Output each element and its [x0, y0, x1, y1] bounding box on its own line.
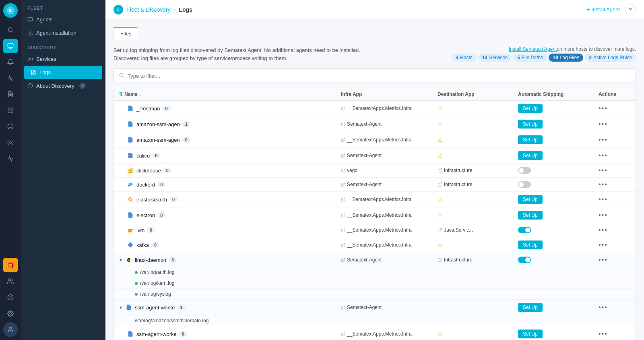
col-infra-app: Infra App: [341, 91, 438, 97]
logs-nav-icon[interactable]: [3, 87, 18, 102]
setup-button[interactable]: Set Up: [518, 240, 543, 249]
service-count: 0: [157, 212, 165, 218]
install-sematext-agent-link[interactable]: Install Sematext Agent: [509, 46, 557, 52]
service-icon: [127, 211, 134, 219]
service-count: 0: [163, 168, 171, 173]
sidebar-item-agents[interactable]: Agents: [21, 13, 105, 26]
stat-pill-hosts[interactable]: 4Hosts: [452, 54, 476, 62]
toggle-on[interactable]: [518, 227, 531, 233]
status-dot: [135, 282, 138, 285]
more-actions[interactable]: •••: [599, 167, 631, 174]
infra-link-icon: [341, 332, 345, 336]
sidebar-item-agent-installation[interactable]: Agent Installation: [21, 26, 105, 39]
table-row[interactable]: elasticsearch 0 __SematextApps.Metrics.I…: [114, 192, 636, 207]
synthetics-nav-icon[interactable]: [3, 135, 18, 150]
metrics-nav-icon[interactable]: [3, 71, 18, 85]
more-actions[interactable]: •••: [599, 226, 631, 234]
dest-app-cell: ⚠: [438, 242, 518, 248]
toggle-on[interactable]: [518, 257, 531, 263]
help-nav-icon[interactable]: [3, 290, 18, 305]
infra-app-name: __SematextApps.Metrics.Infra: [347, 106, 412, 111]
toggle-off[interactable]: [518, 167, 531, 174]
stat-pill-logfiles[interactable]: 18Log Files: [549, 54, 583, 62]
expand-down-icon[interactable]: ▼: [119, 305, 123, 310]
row-name-cell: ▼ linux-daemon 3: [119, 256, 341, 263]
more-actions[interactable]: •••: [599, 256, 631, 263]
stat-pill-activelogs[interactable]: 2Active Logs Rules: [585, 54, 636, 62]
settings-nav-icon[interactable]: [3, 306, 18, 321]
setup-button[interactable]: Set Up: [518, 120, 543, 129]
table-row[interactable]: kafka 0 __SematextApps.Metrics.Infra ⚠ S…: [114, 237, 636, 253]
alerts-nav-icon[interactable]: [3, 55, 18, 69]
fleet-nav-icon[interactable]: [3, 39, 18, 53]
more-actions[interactable]: •••: [599, 304, 631, 311]
more-actions[interactable]: •••: [599, 211, 631, 219]
sidebar-item-services[interactable]: Services: [21, 52, 105, 66]
setup-button[interactable]: Set Up: [518, 151, 543, 160]
table-row[interactable]: amazon-ssm-agen 1 Sematext-Agent ⚠ Set U…: [114, 116, 636, 132]
service-icon: [127, 105, 134, 112]
stat-pill-services[interactable]: 14Services: [478, 54, 512, 62]
setup-button[interactable]: Set Up: [518, 104, 543, 113]
tab-files[interactable]: Files: [114, 27, 138, 40]
svg-rect-11: [8, 111, 10, 113]
table-row[interactable]: electron 0 __SematextApps.Metrics.Infra …: [114, 207, 636, 223]
search-nav-icon[interactable]: [3, 23, 18, 37]
table-row[interactable]: calico 0 Sematext-Agent ⚠ Set Up •••: [114, 148, 636, 164]
toggle-off[interactable]: [518, 181, 531, 188]
infra-app-cell: Sematext-Agent: [341, 153, 438, 158]
more-actions[interactable]: •••: [599, 241, 631, 249]
table-row[interactable]: ▼ linux-daemon 3 Sematext-Agent Infrastr…: [114, 253, 636, 267]
topbar-right: + Install Agent ?: [587, 4, 636, 15]
service-icon: [127, 330, 134, 338]
infra-app-cell: __SematextApps.Metrics.Infra: [341, 106, 438, 111]
tabs-row: Files: [114, 27, 636, 40]
dest-app-cell: ⚠: [438, 196, 518, 203]
apps-nav-icon[interactable]: [3, 103, 18, 118]
table-row[interactable]: ▼ ssm-agent-worke 1 Sematext-Agent Set U…: [114, 300, 636, 315]
more-actions[interactable]: •••: [599, 120, 631, 128]
infra-link-icon: [341, 197, 345, 202]
more-actions[interactable]: •••: [599, 105, 631, 112]
setup-button[interactable]: Set Up: [518, 211, 543, 220]
sidebar-item-logs[interactable]: Logs: [24, 66, 102, 79]
setup-button[interactable]: Set Up: [518, 195, 543, 204]
user-avatar[interactable]: [3, 322, 18, 337]
shipping-cell: Set Up: [518, 240, 599, 249]
setup-button[interactable]: Set Up: [518, 330, 543, 338]
table-row[interactable]: clickhouse 0 yago Infrastructure •••: [114, 164, 636, 178]
table-row[interactable]: _Postman 0 __SematextApps.Metrics.Infra …: [114, 101, 636, 116]
more-actions[interactable]: •••: [599, 330, 631, 338]
table-row[interactable]: jvm 0 __SematextApps.Metrics.Infra Java.…: [114, 223, 636, 237]
table-row[interactable]: dockerd 0 Sematext-Agent Infrastructure …: [114, 178, 636, 192]
expand-down-icon[interactable]: ▼: [119, 258, 123, 262]
row-name-cell: _Postman 0: [119, 105, 341, 112]
more-actions[interactable]: •••: [599, 136, 631, 143]
install-agent-button[interactable]: + Install Agent: [587, 6, 620, 12]
gift-nav-icon[interactable]: 🎁: [3, 258, 18, 272]
app-logo[interactable]: [3, 3, 18, 18]
help-button[interactable]: ?: [625, 4, 636, 15]
breadcrumb-parent[interactable]: Fleet & Discovery: [126, 6, 171, 13]
events-nav-icon[interactable]: [3, 151, 18, 166]
table-row[interactable]: ssm-agent-worke 0 __SematextApps.Metrics…: [114, 326, 636, 340]
dest-app-cell: Infrastructure: [438, 257, 518, 263]
more-actions[interactable]: •••: [599, 181, 631, 188]
more-actions[interactable]: •••: [599, 152, 631, 159]
setup-button[interactable]: Set Up: [518, 303, 543, 312]
more-actions[interactable]: •••: [599, 196, 631, 203]
sidebar-item-about-discovery[interactable]: About Discovery i: [21, 79, 105, 93]
stat-pill-filepaths[interactable]: 5File Paths: [513, 54, 547, 62]
table-row[interactable]: amazon-ssm-agen 0 __SematextApps.Metrics…: [114, 132, 636, 148]
filter-input[interactable]: [128, 73, 631, 79]
service-count: 1: [182, 121, 190, 127]
fleet-section-header: FLEET: [21, 0, 105, 13]
experience-nav-icon[interactable]: [3, 119, 18, 134]
service-name: linux-daemon: [135, 257, 166, 263]
status-dot: [135, 293, 138, 296]
invite-nav-icon[interactable]: [3, 274, 18, 288]
log-path: /var/log/syslog: [140, 291, 171, 297]
dest-app-cell: ⚠: [438, 137, 518, 143]
service-count: 1: [178, 305, 186, 310]
setup-button[interactable]: Set Up: [518, 135, 543, 144]
